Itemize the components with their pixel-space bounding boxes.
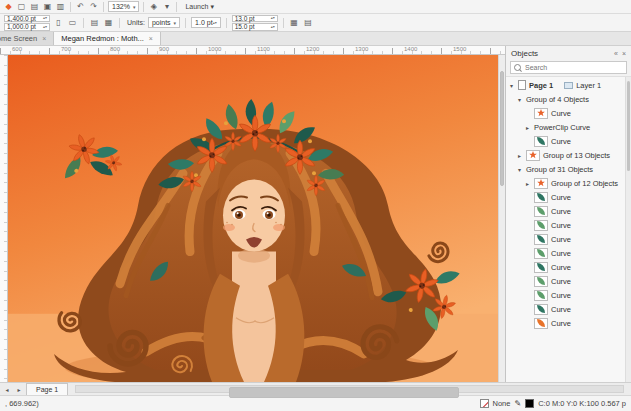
outline-color-swatch[interactable]: [525, 399, 534, 408]
tree-row[interactable]: Curve: [507, 260, 625, 274]
spinner-icon[interactable]: ▴▾: [271, 16, 275, 20]
tree-item-label: Curve: [551, 263, 571, 272]
next-page-button[interactable]: ▸: [14, 386, 24, 393]
leaf-green-thumbnail: [534, 290, 548, 301]
units-value: points: [152, 19, 171, 26]
panel-flyout-icon[interactable]: «: [614, 50, 618, 57]
tab-document[interactable]: Megan Redmon : Moth... ×: [54, 32, 161, 45]
spinner-icon[interactable]: ▴▾: [43, 16, 47, 20]
standard-toolbar: ◆ ▢ ▤ ▣ ▥ ↶ ↷ 132% ▾ ◈ ▾ Launch ▾: [0, 0, 631, 14]
leaf-teal-thumbnail: [534, 192, 548, 203]
canvas-column: 600700800900100011001200130014001500: [0, 46, 505, 382]
page-width-field[interactable]: 1,400.0 pt ▴▾: [4, 15, 50, 23]
previous-page-button[interactable]: ◂: [2, 386, 12, 393]
objects-search[interactable]: [510, 61, 627, 74]
tab-welcome-screen[interactable]: come Screen ×: [0, 32, 54, 45]
landscape-orientation-button[interactable]: ▭: [67, 17, 78, 28]
panel-close-icon[interactable]: ×: [622, 50, 626, 57]
app-window: ◆ ▢ ▤ ▣ ▥ ↶ ↷ 132% ▾ ◈ ▾ Launch ▾ 1,400.…: [0, 0, 631, 411]
search-input[interactable]: [525, 64, 623, 71]
units-combo[interactable]: points ▾: [148, 17, 180, 28]
tree-item-label: Curve: [551, 305, 571, 314]
tree-row[interactable]: Curve: [507, 232, 625, 246]
document-tabs: come Screen × Megan Redmon : Moth... ×: [0, 32, 631, 46]
fill-outline-status: None ✎ C:0 M:0 Y:0 K:100 0.567 p: [480, 399, 626, 408]
tree-row[interactable]: Curve: [507, 274, 625, 288]
tree-row[interactable]: Curve: [507, 190, 625, 204]
objects-tree: ▾Page 1Layer 1▾Group of 4 ObjectsCurve▸P…: [506, 76, 631, 382]
expand-arrow-icon[interactable]: ▾: [508, 82, 515, 89]
tree-row[interactable]: Curve: [507, 246, 625, 260]
page-tab[interactable]: Page 1: [26, 383, 68, 395]
current-page-button[interactable]: ▦: [103, 17, 114, 28]
scrollbar-thumb[interactable]: [500, 71, 504, 186]
save-button[interactable]: ▣: [42, 1, 53, 12]
scrollbar-thumb[interactable]: [229, 387, 459, 398]
open-button[interactable]: ▤: [29, 1, 40, 12]
tree-row[interactable]: Curve: [507, 288, 625, 302]
expand-arrow-icon[interactable]: ▸: [524, 180, 531, 187]
drawing-canvas[interactable]: [8, 55, 498, 382]
units-label: Units:: [127, 19, 145, 26]
zoom-level-value: 132%: [112, 3, 130, 10]
tree-row[interactable]: Curve: [507, 106, 625, 120]
expand-arrow-icon[interactable]: ▸: [524, 124, 531, 131]
all-pages-button[interactable]: ▤: [89, 17, 100, 28]
tree-row[interactable]: Curve: [507, 316, 625, 330]
portrait-orientation-button[interactable]: ▯: [53, 17, 64, 28]
duplicate-x-field[interactable]: 13.0 pt ▴▾: [232, 15, 278, 23]
layer-icon: [564, 82, 573, 89]
outline-pen-icon[interactable]: ✎: [514, 399, 521, 408]
fill-none-icon[interactable]: [480, 399, 489, 408]
expand-arrow-icon[interactable]: ▸: [516, 152, 523, 159]
close-icon[interactable]: ×: [42, 35, 46, 42]
tree-row[interactable]: ▾Group of 4 Objects: [507, 92, 625, 106]
tree-row[interactable]: ▾Group of 31 Objects: [507, 162, 625, 176]
tree-row[interactable]: Curve: [507, 302, 625, 316]
search-icon: [514, 64, 522, 72]
treat-as-filled-button[interactable]: ▦: [289, 17, 300, 28]
leaf-green-thumbnail: [534, 206, 548, 217]
tree-row[interactable]: Curve: [507, 134, 625, 148]
canvas-vertical-scrollbar[interactable]: [498, 55, 505, 382]
undo-button[interactable]: ↶: [75, 1, 86, 12]
toolbar-separator: [83, 18, 84, 28]
spinner-icon[interactable]: ▴▾: [213, 21, 217, 25]
redo-button[interactable]: ↷: [88, 1, 99, 12]
chevron-down-icon: ▾: [174, 20, 177, 26]
flower-orange-thumbnail: [534, 108, 548, 119]
duplicate-y-field[interactable]: 15.0 pt ▴▾: [232, 23, 278, 31]
spinner-icon[interactable]: ▴▾: [43, 25, 47, 29]
tree-row[interactable]: ▸PowerClip Curve: [507, 120, 625, 134]
expand-arrow-icon[interactable]: ▾: [516, 96, 523, 103]
options-button[interactable]: ▤: [303, 17, 314, 28]
tree-row[interactable]: ▸Group of 13 Objects: [507, 148, 625, 162]
scrollbar-thumb[interactable]: [627, 81, 630, 171]
nudge-distance-field[interactable]: 1.0 pt ▴▾: [191, 17, 221, 28]
panel-vertical-scrollbar[interactable]: [625, 77, 631, 382]
tree-row-page[interactable]: ▾Page 1Layer 1: [507, 78, 625, 92]
expand-arrow-icon[interactable]: ▾: [516, 166, 523, 173]
snap-dropdown[interactable]: ◈: [148, 1, 159, 12]
horizontal-ruler[interactable]: 600700800900100011001200130014001500: [0, 46, 505, 55]
vertical-ruler[interactable]: [0, 55, 8, 382]
snap-chevron-icon[interactable]: ▾: [161, 1, 172, 12]
toolbar-separator: [185, 18, 186, 28]
tree-item-label: Group of 13 Objects: [543, 151, 610, 160]
page-height-field[interactable]: 1,000.0 pt ▴▾: [4, 23, 50, 31]
tree-row[interactable]: Curve: [507, 204, 625, 218]
page-navigator-bar: ◂ ▸ Page 1: [0, 382, 631, 395]
zoom-level-combo[interactable]: 132% ▾: [108, 1, 139, 12]
tree-row[interactable]: ▸Group of 12 Objects: [507, 176, 625, 190]
leaf-teal-thumbnail: [534, 136, 548, 147]
tree-row[interactable]: Curve: [507, 218, 625, 232]
ruler-label: 800: [110, 46, 120, 52]
print-button[interactable]: ▥: [55, 1, 66, 12]
canvas-horizontal-scrollbar[interactable]: [75, 385, 624, 393]
new-document-button[interactable]: ▢: [16, 1, 27, 12]
close-icon[interactable]: ×: [149, 35, 153, 42]
spinner-icon[interactable]: ▴▾: [271, 25, 275, 29]
launch-button[interactable]: Launch ▾: [181, 1, 217, 12]
leaf-green-thumbnail: [534, 248, 548, 259]
ruler-label: 1200: [306, 46, 319, 52]
